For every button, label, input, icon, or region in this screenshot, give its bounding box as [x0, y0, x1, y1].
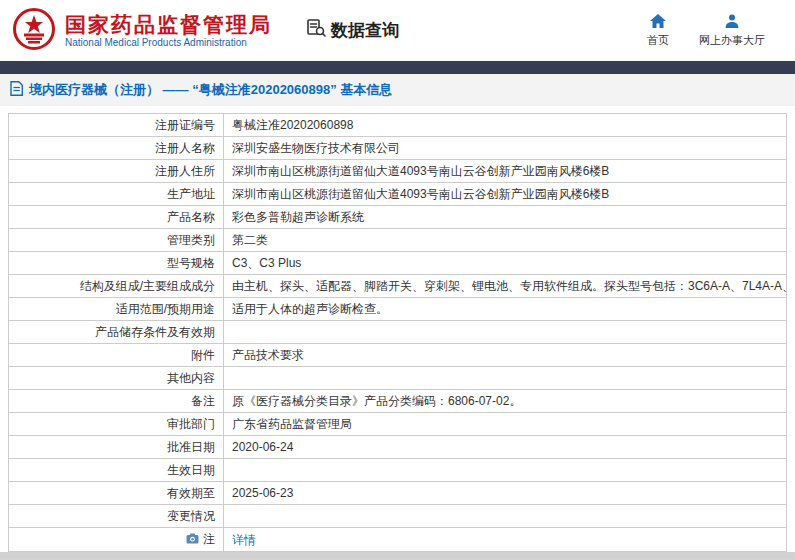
row-value: 广东省药品监督管理局 — [224, 413, 787, 436]
detail-link[interactable]: 详情 — [232, 533, 256, 547]
breadcrumb: 境内医疗器械（注册） —— “粤械注准20202060898” 基本信息 — [0, 74, 795, 106]
row-label: 附件 — [9, 344, 224, 367]
row-value: 适用于人体的超声诊断检查。 — [224, 298, 787, 321]
row-value: 深圳市南山区桃源街道留仙大道4093号南山云谷创新产业园南风楼6楼B — [224, 183, 787, 206]
row-value: 2020-06-24 — [224, 436, 787, 459]
nmpa-emblem-logo — [12, 7, 56, 55]
row-value — [224, 367, 787, 390]
header: 国家药品监督管理局 National Medical Products Admi… — [0, 0, 795, 61]
row-label: 生产地址 — [9, 183, 224, 206]
table-row: 产品名称彩色多普勒超声诊断系统 — [9, 206, 787, 229]
row-label: 结构及组成/主要组成成分 — [9, 275, 224, 298]
row-value: C3、C3 Plus — [224, 252, 787, 275]
table-row: 生产地址深圳市南山区桃源街道留仙大道4093号南山云谷创新产业园南风楼6楼B — [9, 183, 787, 206]
row-value: 深圳安盛生物医疗技术有限公司 — [224, 137, 787, 160]
table-row: 注册人名称深圳安盛生物医疗技术有限公司 — [9, 137, 787, 160]
row-value: 深圳市南山区桃源街道留仙大道4093号南山云谷创新产业园南风楼6楼B — [224, 160, 787, 183]
row-label: 产品储存条件及有效期 — [9, 321, 224, 344]
row-label: 注 — [9, 528, 224, 552]
table-row: 备注原《医疗器械分类目录》产品分类编码：6806-07-02。 — [9, 390, 787, 413]
row-label: 注册证编号 — [9, 114, 224, 137]
row-label: 注册人名称 — [9, 137, 224, 160]
row-value: 详情 — [224, 528, 787, 552]
table-row: 审批部门广东省药品监督管理局 — [9, 413, 787, 436]
table-row: 注详情 — [9, 528, 787, 552]
footer-strip — [0, 552, 795, 559]
site-title: 国家药品监督管理局 — [65, 13, 272, 37]
table-row: 型号规格C3、C3 Plus — [9, 252, 787, 275]
table-row: 结构及组成/主要组成成分由主机、探头、适配器、脚踏开关、穿刺架、锂电池、专用软件… — [9, 275, 787, 298]
data-query-label: 数据查询 — [331, 19, 399, 42]
site-subtitle: National Medical Products Administration — [65, 37, 272, 49]
user-icon — [725, 14, 739, 30]
row-label: 型号规格 — [9, 252, 224, 275]
row-label: 产品名称 — [9, 206, 224, 229]
table-row: 附件产品技术要求 — [9, 344, 787, 367]
table-row: 管理类别第二类 — [9, 229, 787, 252]
row-label: 其他内容 — [9, 367, 224, 390]
row-label: 备注 — [9, 390, 224, 413]
page-title: 境内医疗器械（注册） —— “粤械注准20202060898” 基本信息 — [29, 81, 392, 99]
nav-home[interactable]: 首页 — [647, 14, 669, 48]
nav-home-label: 首页 — [647, 33, 669, 48]
row-value: 2025-06-23 — [224, 482, 787, 505]
camera-icon — [186, 532, 199, 548]
row-value — [224, 321, 787, 344]
top-navy-bar — [0, 61, 795, 74]
table-row: 变更情况 — [9, 505, 787, 528]
site-brand[interactable]: 国家药品监督管理局 National Medical Products Admi… — [12, 7, 272, 55]
row-label: 变更情况 — [9, 505, 224, 528]
row-value: 第二类 — [224, 229, 787, 252]
row-label: 生效日期 — [9, 459, 224, 482]
row-label: 适用范围/预期用途 — [9, 298, 224, 321]
table-row: 适用范围/预期用途适用于人体的超声诊断检查。 — [9, 298, 787, 321]
home-icon — [650, 14, 666, 30]
row-label: 管理类别 — [9, 229, 224, 252]
table-row: 批准日期2020-06-24 — [9, 436, 787, 459]
registration-table: 注册证编号粤械注准20202060898注册人名称深圳安盛生物医疗技术有限公司注… — [8, 113, 787, 552]
row-value: 原《医疗器械分类目录》产品分类编码：6806-07-02。 — [224, 390, 787, 413]
row-label: 有效期至 — [9, 482, 224, 505]
table-row: 注册人住所深圳市南山区桃源街道留仙大道4093号南山云谷创新产业园南风楼6楼B — [9, 160, 787, 183]
table-row: 注册证编号粤械注准20202060898 — [9, 114, 787, 137]
row-value: 彩色多普勒超声诊断系统 — [224, 206, 787, 229]
row-value: 由主机、探头、适配器、脚踏开关、穿刺架、锂电池、专用软件组成。探头型号包括：3C… — [224, 275, 787, 298]
data-query-icon — [306, 18, 326, 43]
document-icon — [10, 81, 23, 100]
row-value: 粤械注准20202060898 — [224, 114, 787, 137]
data-query-section[interactable]: 数据查询 — [306, 18, 399, 43]
row-value — [224, 505, 787, 528]
table-row: 其他内容 — [9, 367, 787, 390]
nav-service-hall-label: 网上办事大厅 — [699, 33, 765, 48]
header-nav: 首页 网上办事大厅 — [647, 14, 779, 48]
row-label: 批准日期 — [9, 436, 224, 459]
row-label: 注册人住所 — [9, 160, 224, 183]
row-value: 产品技术要求 — [224, 344, 787, 367]
row-label: 审批部门 — [9, 413, 224, 436]
table-row: 产品储存条件及有效期 — [9, 321, 787, 344]
row-value — [224, 459, 787, 482]
nav-service-hall[interactable]: 网上办事大厅 — [699, 14, 765, 48]
registration-table-body: 注册证编号粤械注准20202060898注册人名称深圳安盛生物医疗技术有限公司注… — [9, 114, 787, 552]
registration-table-wrap: 注册证编号粤械注准20202060898注册人名称深圳安盛生物医疗技术有限公司注… — [0, 106, 795, 552]
table-row: 生效日期 — [9, 459, 787, 482]
table-row: 有效期至2025-06-23 — [9, 482, 787, 505]
